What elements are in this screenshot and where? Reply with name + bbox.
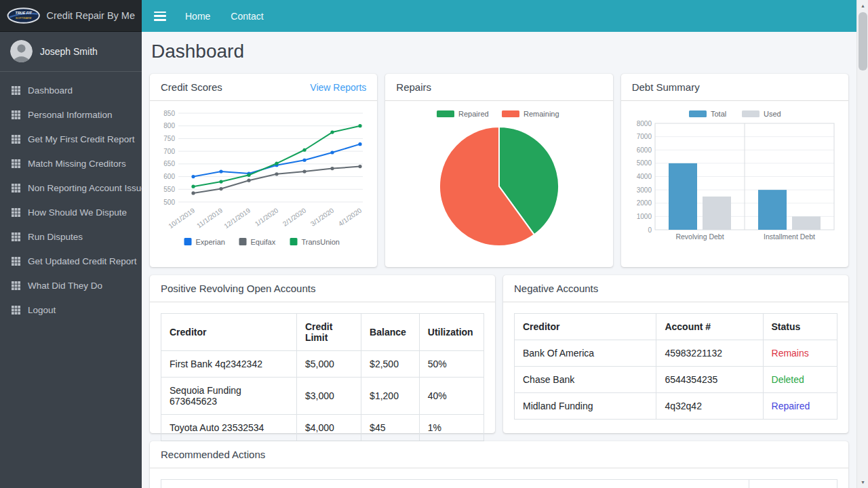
utilization-cell: 40% [419, 378, 484, 415]
credit-limit-cell: $5,000 [296, 351, 361, 378]
svg-text:2/1/2020: 2/1/2020 [281, 206, 308, 228]
svg-text:10/1/2019: 10/1/2019 [167, 206, 196, 230]
empty-cell [161, 480, 749, 488]
sidebar-item-label: What Did They Do [28, 281, 102, 291]
svg-text:TransUnion: TransUnion [302, 238, 340, 246]
credit-limit-cell: $3,000 [296, 378, 361, 415]
scroll-up-arrow-icon[interactable]: ▲ [857, 0, 868, 12]
balance-cell: $2,500 [361, 351, 420, 378]
debt-summary-card: Debt Summary TotalUsed010002000300040005… [621, 74, 848, 267]
sidebar-menu: Dashboard Personal Information Get My Fi… [0, 72, 142, 328]
app-name: Credit Repair By Me [46, 10, 135, 21]
balance-cell: $1,200 [361, 378, 420, 415]
creditor-cell: Toyota Auto 23532534 [161, 415, 297, 441]
status-cell: Deleted [763, 367, 837, 393]
sidebar-item-match-missing-creditors[interactable]: Match Missing Creditors [0, 151, 142, 176]
grid-icon [12, 281, 20, 290]
svg-text:Experian: Experian [196, 238, 225, 246]
empty-cell [749, 480, 837, 488]
column-header: Creditor [161, 314, 297, 351]
user-panel[interactable]: Joseph Smith [0, 32, 142, 72]
column-header: Creditor [515, 314, 656, 340]
svg-text:7000: 7000 [636, 133, 652, 140]
hamburger-menu-icon[interactable] [154, 12, 166, 21]
svg-text:Equifax: Equifax [251, 238, 276, 246]
sidebar-item-how-should-we-dispute[interactable]: How Should We Dispute [0, 200, 142, 224]
recommended-actions-title: Recommended Actions [161, 449, 265, 460]
grid-icon [12, 208, 20, 217]
svg-text:750: 750 [163, 135, 175, 142]
svg-text:Repaired: Repaired [458, 110, 489, 118]
svg-text:6000: 6000 [636, 146, 652, 154]
svg-text:800: 800 [163, 122, 175, 129]
account-number-cell: 6544354235 [656, 367, 763, 393]
creditor-cell: Bank Of America [515, 340, 656, 367]
svg-text:500: 500 [163, 199, 175, 206]
sidebar-item-label: Personal Information [28, 110, 113, 120]
repairs-pie-chart: RepairedRemaining [396, 105, 601, 249]
status-cell: Remains [763, 340, 837, 367]
credit-limit-cell: $4,000 [296, 415, 361, 441]
utilization-cell: 1% [419, 415, 484, 441]
svg-text:1/1/2020: 1/1/2020 [254, 206, 280, 228]
nav-link-contact[interactable]: Contact [231, 11, 263, 22]
credit-scores-line-chart: 85080075070065060055050010/1/201911/1/20… [161, 105, 366, 249]
column-header: Utilization [419, 314, 484, 351]
charts-row: Credit Scores View Reports 8508007507006… [150, 74, 848, 267]
svg-text:700: 700 [163, 148, 175, 155]
sidebar-item-label: Run Disputes [28, 232, 83, 242]
grid-icon [12, 135, 20, 144]
sidebar-item-personal-information[interactable]: Personal Information [0, 102, 142, 127]
grid-icon [12, 257, 20, 266]
column-header: Credit Limit [296, 314, 361, 351]
svg-text:5000: 5000 [636, 159, 652, 167]
svg-text:4000: 4000 [636, 173, 652, 180]
status-cell: Repaired [763, 393, 837, 420]
repairs-card: Repairs RepairedRemaining [385, 74, 612, 267]
sidebar-item-label: Get Updated Credit Report [28, 256, 137, 266]
user-name: Joseph Smith [40, 46, 98, 57]
column-header: Account # [656, 314, 763, 340]
vertical-scrollbar[interactable]: ▲ ▼ [856, 0, 868, 488]
table-row: Chase Bank 6544354235 Deleted [515, 367, 837, 393]
sidebar-item-get-first-credit-report[interactable]: Get My First Credit Report [0, 127, 142, 151]
sidebar-item-label: Logout [28, 305, 56, 315]
view-reports-link[interactable]: View Reports [310, 82, 366, 93]
sidebar-item-dashboard[interactable]: Dashboard [0, 78, 142, 102]
nav-link-home[interactable]: Home [185, 11, 210, 22]
table-row: Bank Of America 45983221132 Remains [515, 340, 837, 367]
sidebar-item-non-reporting-account-issues[interactable]: Non Reporting Account Issues [0, 176, 142, 200]
creditor-cell: Midland Funding [515, 393, 656, 420]
svg-text:650: 650 [163, 160, 175, 167]
sidebar: Joseph Smith Dashboard Personal Informat… [0, 32, 142, 488]
scroll-down-arrow-icon[interactable]: ▼ [857, 476, 868, 488]
svg-text:Total: Total [711, 110, 726, 118]
svg-text:550: 550 [163, 186, 175, 193]
sidebar-item-what-did-they-do[interactable]: What Did They Do [0, 273, 142, 298]
sidebar-item-get-updated-credit-report[interactable]: Get Updated Credit Report [0, 249, 142, 273]
grid-icon [12, 159, 20, 168]
recommended-actions-card: Recommended Actions [150, 441, 848, 488]
negative-accounts-table: Creditor Account # Status Bank Of Americ… [514, 313, 837, 420]
sidebar-item-label: How Should We Dispute [28, 207, 127, 218]
account-number-cell: 4q32q42 [656, 393, 763, 420]
grid-icon [12, 306, 20, 314]
sidebar-item-run-disputes[interactable]: Run Disputes [0, 224, 142, 249]
logo-text-bottom: SOFTWARE [16, 16, 32, 20]
negative-accounts-card: Negative Accounts Creditor Account # Sta… [503, 275, 848, 433]
table-header-row: Creditor Account # Status [515, 314, 837, 340]
sidebar-item-logout[interactable]: Logout [0, 298, 142, 322]
table-row: Midland Funding 4q32q42 Repaired [515, 393, 837, 420]
tables-row: Positive Revolving Open Accounts Credito… [150, 275, 848, 433]
svg-text:8000: 8000 [636, 120, 652, 127]
svg-text:850: 850 [163, 110, 175, 117]
logo-text-top: TRUE FIT [16, 11, 33, 15]
svg-text:Remaining: Remaining [524, 110, 559, 118]
brand-header[interactable]: TRUE FIT SOFTWARE Credit Repair By Me [0, 0, 142, 32]
positive-accounts-card: Positive Revolving Open Accounts Credito… [150, 275, 495, 433]
balance-cell: $45 [361, 415, 420, 441]
recommended-row: Recommended Actions [150, 441, 848, 488]
table-row: Toyota Auto 23532534 $4,000 $45 1% [161, 415, 484, 441]
sidebar-item-label: Non Reporting Account Issues [28, 183, 142, 193]
scrollbar-thumb[interactable] [859, 12, 867, 70]
